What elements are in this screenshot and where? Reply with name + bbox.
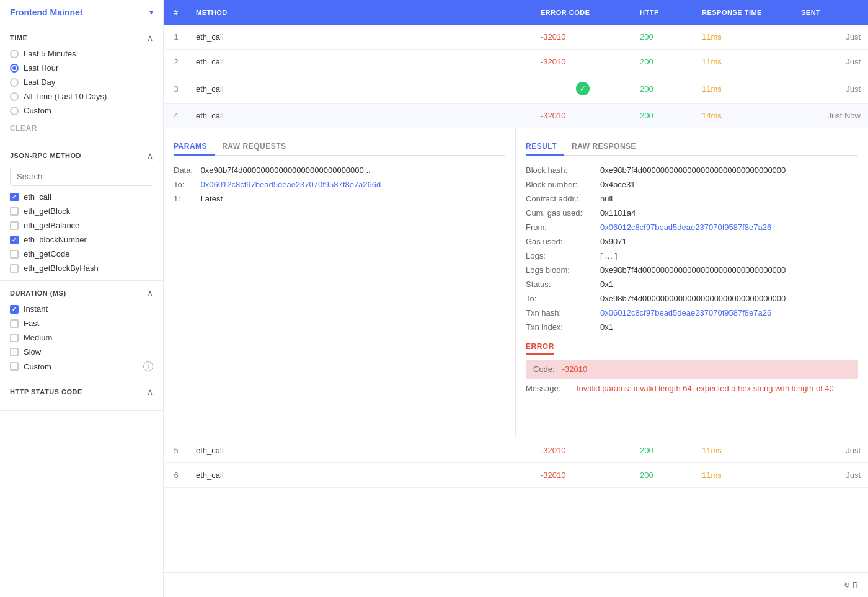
row-http-1: 200 [632,32,694,42]
duration-section-header: DURATION (MS) ∧ [10,288,153,298]
result-block-hash-label: Block hash: [526,166,600,175]
method-eth-call[interactable]: eth_call [10,192,153,201]
table-row[interactable]: 2 eth_call -32010 200 11ms Just [164,50,868,74]
refresh-button[interactable]: ↻ R [844,581,858,590]
label-instant: Instant [24,304,48,314]
method-eth-getbalance[interactable]: eth_getBalance [10,221,153,230]
info-icon[interactable]: i [143,361,153,371]
result-txn-hash-value[interactable]: 0x06012c8cf97bead5deae237070f9587f8e7a26 [600,308,771,317]
time-label-custom: Custom [24,106,51,115]
radio-lastday [10,78,19,87]
error-message-row: Message: Invalid params: invalid length … [526,384,858,393]
error-message-value: Invalid params: invalid length 64, expec… [577,384,834,393]
duration-custom[interactable]: Custom i [10,361,153,371]
time-label-lasthour: Last Hour [24,63,58,73]
refresh-icon: ↻ [844,581,850,590]
method-eth-getblock[interactable]: eth_getBlock [10,206,153,216]
table-row[interactable]: 3 eth_call ✓ 200 11ms Just [164,74,868,103]
table-row[interactable]: 6 eth_call -32010 200 11ms Just [164,463,868,487]
time-option-lastday[interactable]: Last Day [10,77,153,87]
duration-medium[interactable]: Medium [10,333,153,342]
time-label-last5min: Last 5 Minutes [24,49,76,58]
time-radio-group: Last 5 Minutes Last Hour Last Day All Ti… [10,49,153,115]
error-message-label: Message: [526,384,569,393]
row-response-6: 11ms [694,471,794,480]
checkbox-duration-custom [10,362,19,371]
row-response-5: 11ms [694,446,794,455]
row-num-4: 4 [164,111,188,120]
http-section: HTTP STATUS CODE ∧ [0,379,163,411]
time-label-lastday: Last Day [24,77,55,87]
checkbox-slow [10,348,19,356]
result-cum-gas-value: 0x1181a4 [600,208,636,218]
method-eth-getblockbyhash[interactable]: eth_getBlockByHash [10,263,153,273]
time-option-lasthour[interactable]: Last Hour [10,63,153,73]
row-container-1: 1 eth_call -32010 200 11ms Just [164,25,868,50]
time-section: TIME ∧ Last 5 Minutes Last Hour Last Day… [0,25,163,143]
row-method-4: eth_call [188,111,533,120]
result-from-value[interactable]: 0x06012c8cf97bead5deae237070f9587f8e7a26 [600,223,771,232]
radio-lasthour [10,64,19,73]
label-fast: Fast [24,319,39,328]
method-eth-getcode[interactable]: eth_getCode [10,249,153,259]
tab-result[interactable]: RESULT [526,138,564,156]
row-num-6: 6 [164,471,188,480]
time-option-alltime[interactable]: All Time (Last 10 Days) [10,92,153,101]
label-slow: Slow [24,347,41,356]
th-sent: SENT [794,6,868,19]
duration-fast[interactable]: Fast [10,319,153,328]
tab-params[interactable]: PARAMS [174,138,215,156]
method-section: JSON-RPC METHOD ∧ eth_call eth_getBlock … [0,143,163,281]
success-checkmark-icon: ✓ [576,82,590,95]
duration-instant[interactable]: Instant [10,304,153,314]
row-container-3: 3 eth_call ✓ 200 11ms Just [164,74,868,104]
clear-button[interactable]: CLEAR [10,122,37,135]
result-logs-label: Logs: [526,251,600,260]
method-search-input[interactable] [10,167,153,186]
result-logs-bloom: Logs bloom: 0xe98b7f4d000000000000000000… [526,265,858,275]
row-container-6: 6 eth_call -32010 200 11ms Just [164,463,868,488]
table-row[interactable]: 5 eth_call -32010 200 11ms Just [164,438,868,462]
result-contract-addr: Contract addr.: null [526,194,858,203]
result-txn-index: Txn index: 0x1 [526,322,858,332]
collapse-method-icon[interactable]: ∧ [147,151,153,161]
result-cum-gas-label: Cum. gas used: [526,208,600,218]
duration-slow[interactable]: Slow [10,347,153,356]
th-method: METHOD [188,6,533,19]
result-to: To: 0xe98b7f4d00000000000000000000000000… [526,294,858,303]
result-gas-used: Gas used: 0x9071 [526,237,858,246]
collapse-time-icon[interactable]: ∧ [147,33,153,43]
row-error-6: -32010 [533,471,632,480]
error-section: ERROR Code: -32010 Message: Invalid para… [526,342,858,393]
method-eth-blocknumber[interactable]: eth_blockNumber [10,235,153,244]
table-row[interactable]: 1 eth_call -32010 200 11ms Just [164,25,868,49]
row-method-6: eth_call [188,471,533,480]
result-contract-addr-value: null [600,194,613,203]
method-section-header: JSON-RPC METHOD ∧ [10,151,153,161]
tab-raw-response[interactable]: RAW RESPONSE [564,138,644,156]
tab-raw-requests[interactable]: RAW REQUESTS [215,138,293,156]
row-error-2: -32010 [533,57,632,66]
network-dropdown[interactable]: Frontend Mainnet ▾ [0,0,163,25]
row-num-1: 1 [164,32,188,42]
row-container-5: 5 eth_call -32010 200 11ms Just [164,438,868,463]
label-eth-getbalance: eth_getBalance [24,221,79,230]
row-http-6: 200 [632,471,694,480]
checkbox-eth-getblockbyhash [10,264,19,273]
time-option-custom[interactable]: Custom [10,106,153,115]
param-to-value[interactable]: 0x06012c8cf97bead5deae237070f9587f8e7a26… [201,180,381,189]
result-panel: RESULT RAW RESPONSE Block hash: 0xe98b7f… [516,128,868,438]
collapse-http-icon[interactable]: ∧ [147,387,153,397]
collapse-duration-icon[interactable]: ∧ [147,288,153,298]
checkbox-fast [10,319,19,328]
th-response-time: RESPONSE TIME [694,6,794,19]
row-container-4: 4 eth_call -32010 200 14ms Just Now PARA… [164,104,868,438]
result-cum-gas: Cum. gas used: 0x1181a4 [526,208,858,218]
time-option-last5min[interactable]: Last 5 Minutes [10,49,153,58]
table-row[interactable]: 4 eth_call -32010 200 14ms Just Now [164,104,868,128]
time-section-title: TIME [10,34,27,42]
checkbox-eth-getblock [10,207,19,216]
result-tabs: RESULT RAW RESPONSE [526,138,858,156]
radio-alltime [10,92,19,101]
row-sent-4: Just Now [794,111,868,120]
